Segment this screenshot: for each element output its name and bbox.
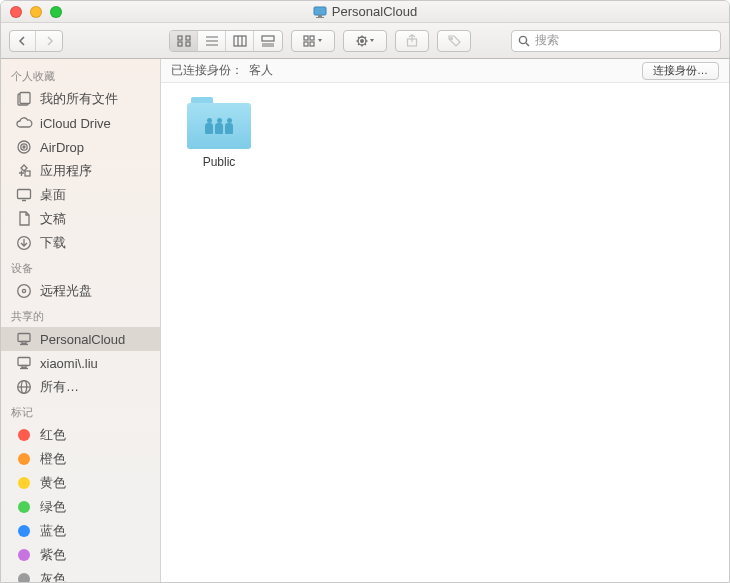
sidebar-item-label: AirDrop bbox=[40, 140, 84, 155]
share-button[interactable] bbox=[395, 30, 429, 52]
documents-icon bbox=[15, 210, 33, 228]
tag-dot-icon bbox=[15, 498, 33, 516]
zoom-button[interactable] bbox=[50, 6, 62, 18]
sidebar-item-desktop[interactable]: 桌面 bbox=[1, 183, 160, 207]
all-files-icon bbox=[15, 90, 33, 108]
sidebar-item-label: PersonalCloud bbox=[40, 332, 125, 347]
search-placeholder: 搜索 bbox=[535, 32, 559, 49]
action-button[interactable] bbox=[343, 30, 387, 52]
main-area: 已连接身份： 客人 连接身份… Public bbox=[161, 59, 729, 582]
finder-window: PersonalCloud 搜索 bbox=[0, 0, 730, 583]
svg-line-29 bbox=[365, 37, 366, 38]
list-view-button[interactable] bbox=[198, 31, 226, 51]
cloud-icon bbox=[15, 114, 33, 132]
airdrop-icon bbox=[15, 138, 33, 156]
sidebar-item-icloud[interactable]: iCloud Drive bbox=[1, 111, 160, 135]
server-icon bbox=[313, 6, 327, 18]
sidebar-section-header: 个人收藏 bbox=[1, 63, 160, 87]
svg-rect-47 bbox=[18, 334, 30, 342]
column-view-button[interactable] bbox=[226, 31, 254, 51]
svg-rect-2 bbox=[316, 17, 324, 18]
sidebar-item-tag-blue[interactable]: 蓝色 bbox=[1, 519, 160, 543]
search-icon bbox=[518, 35, 530, 47]
tag-dot-icon bbox=[15, 522, 33, 540]
file-item[interactable]: Public bbox=[179, 97, 259, 169]
apps-icon bbox=[15, 162, 33, 180]
sidebar-item-label: 我的所有文件 bbox=[40, 90, 118, 108]
sidebar-item-label: 蓝色 bbox=[40, 522, 66, 540]
sidebar-item-tag-purple[interactable]: 紫色 bbox=[1, 543, 160, 567]
svg-point-32 bbox=[519, 36, 526, 43]
svg-rect-0 bbox=[314, 7, 326, 15]
sidebar-item-label: 紫色 bbox=[40, 546, 66, 564]
svg-point-21 bbox=[361, 39, 364, 42]
tag-dot-icon bbox=[15, 546, 33, 564]
sidebar-item-apps[interactable]: 应用程序 bbox=[1, 159, 160, 183]
sidebar-item-label: 应用程序 bbox=[40, 162, 92, 180]
sidebar-item-xiaomi-liu[interactable]: xiaomi\.liu bbox=[1, 351, 160, 375]
file-grid[interactable]: Public bbox=[161, 83, 729, 582]
sidebar-item-tag-yellow[interactable]: 黄色 bbox=[1, 471, 160, 495]
sidebar-section-header: 设备 bbox=[1, 255, 160, 279]
sidebar-item-label: 文稿 bbox=[40, 210, 66, 228]
forward-button[interactable] bbox=[36, 31, 62, 51]
svg-rect-19 bbox=[310, 42, 314, 46]
arrange-button[interactable] bbox=[291, 30, 335, 52]
sidebar-item-airdrop[interactable]: AirDrop bbox=[1, 135, 160, 159]
tag-dot-icon bbox=[15, 426, 33, 444]
globe-icon bbox=[15, 378, 33, 396]
sidebar-item-all-shared[interactable]: 所有… bbox=[1, 375, 160, 399]
sidebar-item-tag-green[interactable]: 绿色 bbox=[1, 495, 160, 519]
shared-folder-icon bbox=[187, 97, 251, 149]
svg-rect-41 bbox=[25, 171, 30, 176]
sidebar-item-label: 桌面 bbox=[40, 186, 66, 204]
svg-rect-5 bbox=[178, 42, 182, 46]
tag-dot-icon bbox=[15, 450, 33, 468]
nav-buttons bbox=[9, 30, 63, 52]
sidebar-item-tag-red[interactable]: 红色 bbox=[1, 423, 160, 447]
svg-line-27 bbox=[365, 43, 366, 44]
sidebar-item-tag-gray[interactable]: 灰色 bbox=[1, 567, 160, 582]
close-button[interactable] bbox=[10, 6, 22, 18]
svg-rect-10 bbox=[234, 36, 246, 46]
sidebar-item-remote-disc[interactable]: 远程光盘 bbox=[1, 279, 160, 303]
minimize-button[interactable] bbox=[30, 6, 42, 18]
icon-view-button[interactable] bbox=[170, 31, 198, 51]
svg-rect-42 bbox=[18, 190, 31, 199]
view-switcher bbox=[169, 30, 283, 52]
sidebar-item-label: 远程光盘 bbox=[40, 282, 92, 300]
file-label: Public bbox=[203, 155, 236, 169]
svg-rect-6 bbox=[186, 42, 190, 46]
sidebar: 个人收藏我的所有文件iCloud DriveAirDrop应用程序桌面文稿下载设… bbox=[1, 59, 161, 582]
tags-button[interactable] bbox=[437, 30, 471, 52]
sidebar-item-downloads[interactable]: 下载 bbox=[1, 231, 160, 255]
server-icon bbox=[15, 354, 33, 372]
back-button[interactable] bbox=[10, 31, 36, 51]
sidebar-item-label: iCloud Drive bbox=[40, 116, 111, 131]
search-field[interactable]: 搜索 bbox=[511, 30, 721, 52]
svg-rect-18 bbox=[310, 36, 314, 40]
sidebar-section-header: 标记 bbox=[1, 399, 160, 423]
svg-rect-16 bbox=[304, 36, 308, 40]
connection-status-label: 已连接身份： bbox=[171, 62, 243, 79]
sidebar-item-documents[interactable]: 文稿 bbox=[1, 207, 160, 231]
downloads-icon bbox=[15, 234, 33, 252]
tag-dot-icon bbox=[15, 474, 33, 492]
svg-line-33 bbox=[526, 43, 529, 46]
svg-point-38 bbox=[23, 146, 25, 148]
svg-point-31 bbox=[450, 37, 452, 39]
sidebar-item-label: 所有… bbox=[40, 378, 79, 396]
toolbar: 搜索 bbox=[1, 23, 729, 59]
sidebar-item-label: xiaomi\.liu bbox=[40, 356, 98, 371]
sidebar-item-all-files[interactable]: 我的所有文件 bbox=[1, 87, 160, 111]
sidebar-item-label: 灰色 bbox=[40, 570, 66, 582]
svg-rect-13 bbox=[262, 36, 274, 41]
sidebar-item-tag-orange[interactable]: 橙色 bbox=[1, 447, 160, 471]
sidebar-item-label: 红色 bbox=[40, 426, 66, 444]
sidebar-section-header: 共享的 bbox=[1, 303, 160, 327]
titlebar: PersonalCloud bbox=[1, 1, 729, 23]
sidebar-item-personalcloud[interactable]: PersonalCloud bbox=[1, 327, 160, 351]
disc-icon bbox=[15, 282, 33, 300]
coverflow-view-button[interactable] bbox=[254, 31, 282, 51]
connect-as-button[interactable]: 连接身份… bbox=[642, 62, 719, 80]
